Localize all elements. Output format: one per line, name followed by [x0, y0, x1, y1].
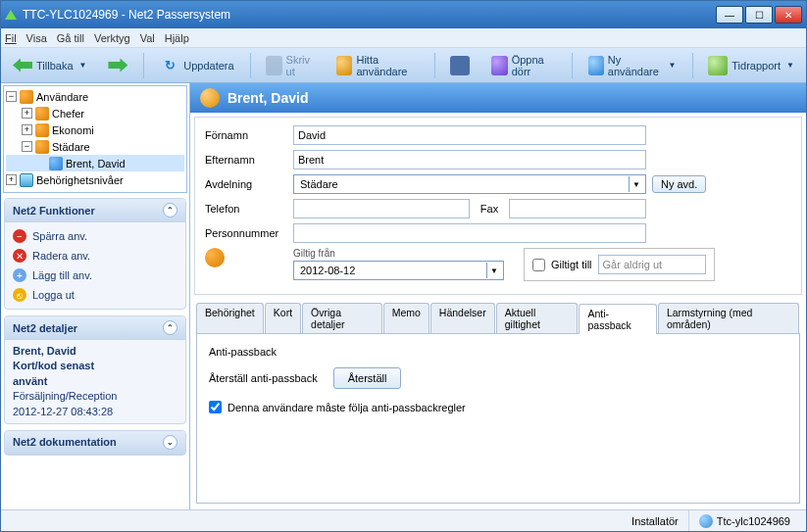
expand-icon[interactable]: + — [22, 124, 32, 135]
logout-icon: ⎋ — [13, 288, 26, 302]
tree-label: Behörighetsnivåer — [36, 174, 124, 186]
print-button[interactable]: Skriv ut — [260, 52, 321, 79]
validto-input[interactable] — [598, 255, 706, 274]
forward-button[interactable] — [102, 57, 133, 74]
save-button[interactable] — [444, 54, 476, 77]
collapse-icon[interactable]: − — [22, 141, 32, 152]
tree-users-label: Användare — [36, 91, 88, 103]
side-functions-header[interactable]: Net2 Funktioner ⌃ — [5, 199, 185, 222]
side-functions: Net2 Funktioner ⌃ −Spärra anv. ✕Radera a… — [4, 198, 186, 310]
tab-events[interactable]: Händelser — [430, 303, 495, 333]
side-docs-header[interactable]: Net2 dokumentation ⌄ — [5, 431, 185, 455]
apb-reset-button[interactable]: Återställ — [333, 367, 402, 389]
tab-antipassback[interactable]: Anti-passback — [579, 304, 656, 334]
tree-node-chefer[interactable]: + Chefer — [6, 105, 184, 121]
action-label: Lägg till anv. — [32, 269, 92, 281]
chevron-up-icon[interactable]: ⌃ — [163, 203, 177, 218]
expand-icon[interactable]: + — [6, 174, 17, 185]
detail-sub: Kort/kod senast — [13, 359, 177, 373]
tab-access[interactable]: Behörighet — [196, 303, 264, 333]
action-label: Logga ut — [32, 289, 75, 301]
phone-label: Telefon — [205, 203, 293, 215]
expand-icon[interactable]: + — [22, 108, 32, 119]
menubar: Fil Visa Gå till Verktyg Val Hjälp — [1, 28, 806, 48]
collapse-icon[interactable]: − — [6, 91, 17, 102]
empno-input[interactable] — [293, 223, 646, 243]
validto-checkbox[interactable] — [532, 259, 545, 271]
chevron-down-icon: ▼ — [629, 176, 643, 192]
tab-validity[interactable]: Aktuell giltighet — [496, 303, 579, 333]
action-label: Radera anv. — [32, 250, 90, 262]
tab-page-antipassback: Anti-passback Återställ anti-passback Åt… — [196, 333, 800, 504]
nav-tree[interactable]: − Användare + Chefer + Ekonomi − — [3, 85, 187, 193]
maximize-button[interactable]: ☐ — [745, 6, 773, 24]
add-user-action[interactable]: +Lägg till anv. — [13, 266, 177, 285]
fax-label: Fax — [470, 203, 509, 215]
apb-follow-rules-checkbox[interactable] — [209, 401, 222, 413]
chevron-down-icon[interactable]: ⌄ — [163, 435, 177, 450]
new-dept-button[interactable]: Ny avd. — [652, 175, 706, 193]
refresh-label: Uppdatera — [183, 60, 233, 72]
status-role: Installatör — [622, 510, 689, 531]
user-name-heading: Brent, David — [227, 90, 308, 106]
tree-label: Brent, David — [66, 158, 126, 169]
open-door-button[interactable]: Öppna dörr — [485, 52, 561, 79]
new-user-icon — [588, 56, 604, 75]
menu-options[interactable]: Val — [140, 32, 155, 44]
tab-other[interactable]: Övriga detaljer — [302, 303, 382, 333]
tree-access-levels[interactable]: + Behörighetsnivåer — [6, 171, 184, 188]
validfrom-label: Giltig från — [293, 248, 504, 259]
surname-label: Efternamn — [205, 154, 293, 166]
menu-view[interactable]: Visa — [26, 32, 47, 44]
print-label: Skriv ut — [286, 54, 316, 77]
fax-input[interactable] — [509, 199, 646, 218]
new-user-button[interactable]: Ny användare ▼ — [582, 52, 682, 79]
find-label: Hitta användare — [356, 54, 418, 77]
menu-goto[interactable]: Gå till — [57, 32, 84, 44]
find-user-button[interactable]: Hitta användare — [330, 52, 424, 79]
group-icon — [35, 140, 49, 154]
apb-reset-label: Återställ anti-passback — [209, 372, 318, 384]
user-photo-placeholder[interactable] — [205, 248, 225, 267]
menu-file[interactable]: Fil — [5, 32, 17, 44]
action-label: Spärra anv. — [32, 230, 87, 242]
printer-icon — [266, 56, 281, 75]
block-icon: − — [13, 229, 26, 243]
side-docs: Net2 dokumentation ⌄ — [4, 430, 186, 456]
detail-name: Brent, David — [13, 344, 177, 359]
delete-user-action[interactable]: ✕Radera anv. — [13, 246, 177, 266]
tab-memo[interactable]: Memo — [383, 303, 429, 333]
tree-label: Städare — [52, 141, 90, 153]
validfrom-value: 2012-08-12 — [300, 265, 355, 276]
menu-tools[interactable]: Verktyg — [94, 32, 130, 44]
toolbar: Tillbaka ▼ ↻ Uppdatera Skriv ut Hitta an… — [1, 48, 806, 83]
dept-select[interactable]: Städare ▼ — [293, 174, 646, 194]
detail-sub: använt — [13, 374, 177, 389]
levels-icon — [20, 173, 33, 187]
status-machine-label: Ttc-ylc1024969 — [717, 515, 790, 527]
close-button[interactable]: ✕ — [775, 6, 802, 24]
tab-alarm[interactable]: Larmstyrning (med områden) — [658, 303, 799, 333]
refresh-button[interactable]: ↻ Uppdatera — [154, 54, 239, 77]
opendoor-label: Öppna dörr — [512, 54, 556, 77]
logout-action[interactable]: ⎋Logga ut — [13, 285, 177, 305]
validfrom-select[interactable]: 2012-08-12 ▼ — [293, 261, 504, 280]
tree-node-stadare[interactable]: − Städare — [6, 138, 184, 155]
side-details-header[interactable]: Net2 detaljer ⌃ — [5, 316, 185, 340]
surname-input[interactable] — [293, 150, 646, 169]
refresh-icon: ↻ — [160, 56, 179, 75]
minimize-button[interactable]: — — [716, 6, 743, 24]
firstname-input[interactable] — [293, 125, 646, 145]
timesheet-button[interactable]: Tidrapport ▼ — [702, 54, 800, 77]
menu-help[interactable]: Hjälp — [165, 32, 189, 44]
tab-cards[interactable]: Kort — [265, 303, 301, 333]
block-user-action[interactable]: −Spärra anv. — [13, 226, 177, 246]
phone-input[interactable] — [293, 199, 470, 218]
dept-value: Städare — [300, 178, 338, 190]
tree-users[interactable]: − Användare — [6, 88, 184, 105]
tree-user-brent[interactable]: Brent, David — [6, 155, 184, 171]
back-button[interactable]: Tillbaka ▼ — [7, 57, 92, 74]
tree-node-ekonomi[interactable]: + Ekonomi — [6, 121, 184, 138]
chevron-up-icon[interactable]: ⌃ — [163, 320, 177, 335]
side-title: Net2 Funktioner — [13, 205, 95, 217]
